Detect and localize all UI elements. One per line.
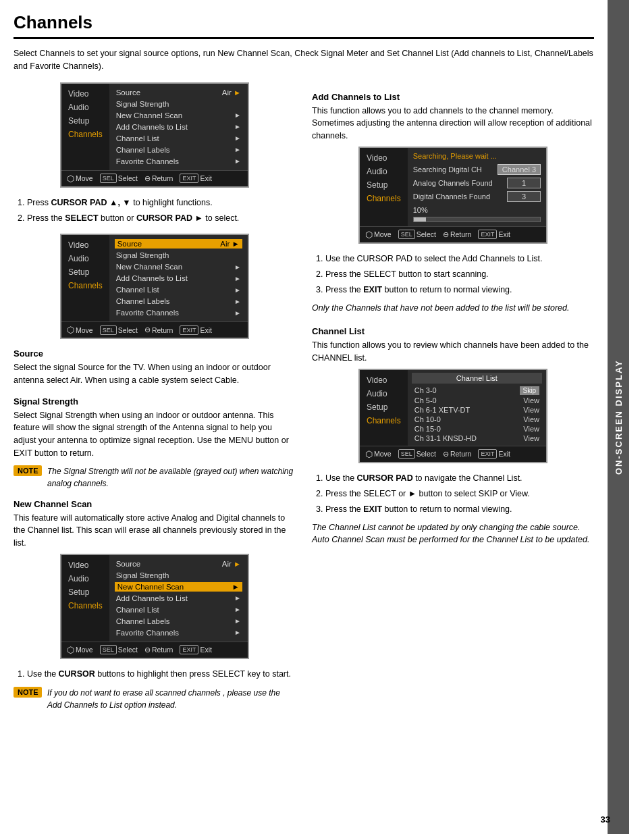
- cli-1: Use the CURSOR PAD to navigate the Chann…: [325, 471, 594, 486]
- note-text-2: If you do not want to erase all scanned …: [47, 687, 296, 711]
- channel-row-4: Ch 10-0 View: [412, 415, 542, 424]
- menu-2-footer: ⬡ Move SEL Select ⊖ Return EXIT Exit: [61, 321, 248, 338]
- signal-strength-title: Signal Strength: [14, 396, 296, 407]
- option-newscan-3: New Channel Scan ►: [115, 582, 242, 592]
- scan-digital-row: Searching Digital CH Channel 3: [413, 164, 541, 175]
- scan-digital-count: 3: [507, 191, 541, 202]
- source-title: Source: [14, 348, 296, 359]
- channel-list-note: The Channel List cannot be updated by on…: [312, 521, 594, 547]
- menu-3-footer: ⬡ Move SEL Select ⊖ Return EXIT Exit: [61, 642, 248, 658]
- new-channel-scan-note-box: NOTE If you do not want to erase all sca…: [14, 687, 296, 711]
- option-source-1: Source Air ►: [115, 88, 242, 97]
- scan-progress-fill: [414, 217, 427, 221]
- aci-1: Use the CURSOR PAD to select the Add Cha…: [325, 252, 594, 266]
- scan-progress-bar: [413, 217, 541, 222]
- page-number: 33: [601, 814, 610, 825]
- footer-select-1: SEL Select: [100, 174, 138, 183]
- signal-strength-text: Select Signal Strength when using an ind…: [14, 409, 296, 460]
- scan-analog-row: Analog Channels Found 1: [413, 178, 541, 188]
- menu-1-options: Source Air ► Signal Strength New Channel…: [109, 84, 248, 170]
- channel-list-title: Channel List: [312, 326, 594, 336]
- option-favch-1: Favorite Channels ►: [115, 157, 242, 166]
- scan-digital-found-row: Digital Channels Found 3: [413, 191, 541, 202]
- sidebar-video-2: Video: [68, 240, 103, 250]
- scan-analog-count: 1: [507, 178, 541, 188]
- sidebar-audio-1: Audio: [68, 103, 103, 112]
- new-channel-scan-instructions: Use the CURSOR buttons to highlight then…: [14, 667, 296, 681]
- sidebar-channels-1: Channels: [68, 130, 103, 139]
- option-chlist-2: Channel List ►: [115, 285, 242, 294]
- on-screen-display-label: ON-SCREEN DISPLAY: [608, 0, 629, 834]
- note-text-1: The Signal Strength will not be availabl…: [47, 465, 296, 490]
- instruction-1-2: Press the SELECT button or CURSOR PAD ► …: [27, 211, 296, 226]
- channel-row-6: Ch 31-1 KNSD-HD View: [412, 434, 542, 443]
- instructions-1: Press CURSOR PAD ▲, ▼ to highlight funct…: [14, 196, 296, 226]
- option-signal-1: Signal Strength: [115, 99, 242, 109]
- channel-row-3: Ch 6-1 XETV-DT View: [412, 405, 542, 415]
- menu-3-sidebar: Video Audio Setup Channels: [61, 555, 109, 642]
- add-channels-instructions: Use the CURSOR PAD to select the Add Cha…: [312, 252, 594, 298]
- footer-move-1: ⬡ Move: [67, 174, 93, 184]
- menu-2-options: Source Air ► Signal Strength New Channel…: [109, 235, 248, 321]
- aci-2: Press the SELECT button to start scannin…: [325, 267, 594, 282]
- channel-list-footer: ⬡ Move SEL Select ⊖ Return EXIT Exit: [360, 446, 546, 462]
- channel-list-header: Channel List: [412, 373, 542, 384]
- option-chlabels-2: Channel Labels ►: [115, 296, 242, 306]
- intro-text: Select Channels to set your signal sourc…: [14, 47, 594, 73]
- channel-list-instructions: Use the CURSOR PAD to navigate the Chann…: [312, 471, 594, 517]
- scan-menu: Video Audio Setup Channels Searching, Pl…: [358, 147, 547, 244]
- option-addch-2: Add Channels to List ►: [115, 273, 242, 283]
- channel-list-sidebar: Video Audio Setup Channels: [360, 370, 408, 446]
- sidebar-video-1: Video: [68, 89, 103, 99]
- menu-1-sidebar: Video Audio Setup Channels: [61, 84, 109, 170]
- scan-searching-text: Searching, Please wait ...: [413, 152, 541, 160]
- option-addch-1: Add Channels to List ►: [115, 122, 242, 132]
- channel-row-1: Ch 3-0 Skip: [412, 386, 542, 396]
- option-source-3: Source Air ►: [115, 559, 242, 569]
- option-chlist-3: Channel List ►: [115, 605, 242, 615]
- option-favch-2: Favorite Channels ►: [115, 308, 242, 317]
- menu-1-footer: ⬡ Move SEL Select ⊖ Return EXIT Exit: [61, 170, 248, 186]
- option-newscan-1: New Channel Scan ►: [115, 111, 242, 120]
- sidebar-setup-2: Setup: [68, 267, 103, 277]
- channel-row-5: Ch 15-0 View: [412, 424, 542, 434]
- option-chlabels-3: Channel Labels ►: [115, 617, 242, 626]
- menu-2-sidebar: Video Audio Setup Channels: [61, 235, 109, 321]
- footer-return-1: ⊖ Return: [144, 174, 173, 183]
- option-signal-3: Signal Strength: [115, 571, 242, 580]
- cli-2: Press the SELECT or ► button to select S…: [325, 487, 594, 501]
- menu-3: Video Audio Setup Channels Source Air ►: [60, 554, 249, 659]
- new-channel-scan-title: New Channel Scan: [14, 499, 296, 509]
- sidebar-channels-2: Channels: [68, 281, 103, 290]
- footer-exit-1: EXIT Exit: [180, 174, 212, 183]
- menu-1: Video Audio Setup Channels Source Air ►: [60, 82, 249, 188]
- scan-menu-footer: ⬡ Move SEL Select ⊖ Return EXIT Exit: [360, 226, 546, 242]
- channel-skip-badge: Skip: [520, 386, 539, 395]
- note-label-1: NOTE: [14, 465, 42, 476]
- sidebar-audio-2: Audio: [68, 254, 103, 263]
- instruction-1-1: Press CURSOR PAD ▲, ▼ to highlight funct…: [27, 196, 296, 210]
- source-text: Select the signal Source for the TV. Whe…: [14, 361, 296, 387]
- scan-sidebar: Video Audio Setup Channels: [360, 148, 408, 226]
- option-source-2: Source Air ►: [115, 239, 242, 249]
- signal-strength-note-box: NOTE The Signal Strength will not be ava…: [14, 465, 296, 490]
- option-signal-2: Signal Strength: [115, 251, 242, 260]
- note-label-2: NOTE: [14, 687, 42, 698]
- menu-3-options: Source Air ► Signal Strength New Channel…: [109, 555, 248, 642]
- page-title: Channels: [14, 12, 594, 39]
- channel-list-text: This function allows you to review which…: [312, 339, 594, 365]
- cli-3: Press the EXIT button to return to norma…: [325, 502, 594, 517]
- option-favch-3: Favorite Channels ►: [115, 628, 242, 637]
- option-chlist-1: Channel List ►: [115, 134, 242, 143]
- channel-list-menu: Video Audio Setup Channels Channel List …: [358, 369, 547, 463]
- new-channel-scan-text: This feature will automatically store ac…: [14, 512, 296, 550]
- add-channels-title: Add Channels to List: [312, 92, 594, 102]
- channel-list-content: Channel List Ch 3-0 Skip Ch 5-0 View Ch …: [408, 370, 546, 446]
- scan-content: Searching, Please wait ... Searching Dig…: [408, 148, 546, 226]
- add-channels-text: This function allows you to add channels…: [312, 105, 594, 142]
- option-chlabels-1: Channel Labels ►: [115, 145, 242, 155]
- scan-progress-label: 10%: [413, 206, 541, 214]
- ncs-instruction-1: Use the CURSOR buttons to highlight then…: [27, 667, 296, 681]
- channel-row-2: Ch 5-0 View: [412, 396, 542, 405]
- sidebar-setup-1: Setup: [68, 116, 103, 126]
